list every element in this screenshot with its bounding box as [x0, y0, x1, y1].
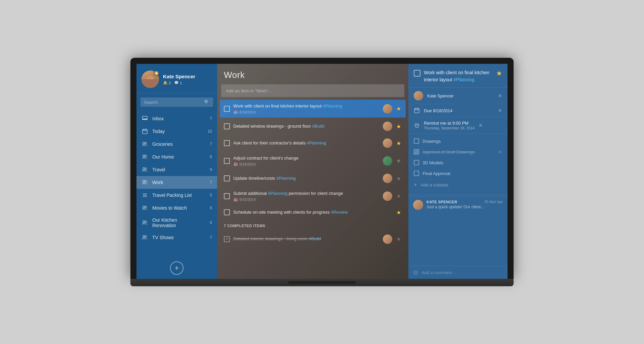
assignee-name: Kate Spencer: [427, 93, 494, 98]
task-star[interactable]: ★: [396, 193, 402, 199]
remove-reminder-button[interactable]: ✕: [479, 123, 483, 128]
subtask-item-final[interactable]: Final Approval: [408, 168, 508, 179]
alarm-icon: [414, 122, 420, 128]
task-star[interactable]: ★: [396, 105, 402, 112]
task-item[interactable]: Work with client on final kitchen interi…: [220, 100, 406, 118]
task-avatar: [383, 156, 392, 166]
add-item-input[interactable]: [226, 88, 400, 93]
svg-rect-23: [414, 109, 419, 113]
attach-icon[interactable]: ⊙: [413, 269, 418, 276]
task-checkbox-t5[interactable]: [224, 175, 230, 181]
remove-due-button[interactable]: ✕: [498, 108, 502, 113]
sidebar-item-kitchen-reno[interactable]: Our Kitchen Renovation 6: [136, 214, 217, 231]
task-checkbox-t4[interactable]: [224, 158, 230, 164]
task-date: 📅 9/19/2014: [233, 162, 379, 166]
detail-checkbox[interactable]: [414, 70, 420, 77]
task-text: Submit additional #Planning permission f…: [233, 190, 379, 197]
task-star[interactable]: ★: [396, 158, 402, 164]
remove-subtask-button[interactable]: ✕: [498, 149, 502, 155]
sidebar-label-travel: Travel: [152, 167, 202, 172]
group-icon-tv: [142, 234, 148, 241]
sidebar-item-inbox[interactable]: Inbox 7: [136, 112, 217, 125]
sidebar-item-today[interactable]: Today 10: [136, 125, 217, 138]
sidebar-item-travel-packing[interactable]: Travel Packing List 5: [136, 189, 217, 202]
task-avatar: [383, 122, 392, 131]
task-avatar: [383, 104, 392, 114]
task-star[interactable]: ★: [396, 236, 402, 242]
detail-assignee-row[interactable]: Kate Spencer ✕: [408, 88, 508, 104]
chat-icon: 💬: [174, 81, 179, 85]
subtask-label: Drawings: [422, 139, 502, 144]
task-avatar: [383, 191, 392, 201]
sidebar-count-today: 10: [206, 129, 212, 134]
comment-input[interactable]: [421, 270, 503, 275]
sidebar-item-movies[interactable]: Movies to Watch 6: [136, 202, 217, 214]
detail-star[interactable]: ★: [495, 69, 502, 77]
subtask-label: Approval of Draft Drawings: [422, 149, 495, 155]
task-star[interactable]: ★: [396, 140, 402, 146]
svg-rect-4: [144, 129, 144, 130]
task-star[interactable]: ★: [396, 209, 402, 216]
due-date: Due 8/18/2014: [424, 108, 494, 113]
task-item[interactable]: Ask client for their contractor's detail…: [220, 135, 406, 151]
task-star[interactable]: ★: [396, 123, 402, 130]
completed-task-item[interactable]: Detailed interior drawings - living room…: [220, 231, 406, 247]
sidebar-item-travel[interactable]: Travel 9: [136, 163, 217, 176]
subtasks: Drawings Approval of Draft Drawings ✕ 3D…: [408, 134, 508, 193]
subtask-item-drawings[interactable]: Drawings: [408, 136, 508, 146]
inbox-icon: [142, 115, 148, 122]
add-list-button[interactable]: +: [170, 261, 184, 275]
sidebar-label-movies: Movies to Watch: [152, 205, 202, 211]
sidebar-count-inbox: 7: [206, 116, 212, 121]
task-checkbox-t1[interactable]: [224, 106, 230, 112]
svg-rect-25: [415, 108, 416, 109]
add-item-bar[interactable]: [221, 84, 404, 97]
svg-point-19: [143, 221, 145, 223]
search-icon[interactable]: 🔍: [204, 99, 210, 105]
detail-due-row[interactable]: Due 8/18/2014 ✕: [408, 104, 508, 117]
search-bar[interactable]: 🔍: [140, 97, 213, 107]
subtask-checkbox[interactable]: [414, 171, 419, 176]
sidebar-label-inbox: Inbox: [152, 116, 202, 121]
reminder-text-wrap: Remind me at 9:00 PM Thursday, September…: [424, 121, 475, 130]
svg-point-10: [143, 168, 145, 170]
task-item[interactable]: Submit additional #Planning permission f…: [220, 187, 406, 205]
subtask-item-approval[interactable]: Approval of Draft Drawings ✕: [408, 146, 508, 157]
add-comment-bar[interactable]: ⊙: [408, 266, 508, 279]
subtask-checkbox[interactable]: [414, 138, 419, 144]
task-checkbox-t7[interactable]: [224, 209, 230, 215]
svg-line-30: [415, 124, 416, 124]
sidebar-count-movies: 6: [206, 206, 212, 210]
remove-assignee-button[interactable]: ✕: [498, 93, 502, 98]
task-item[interactable]: Update timeline/costs #Planning ★: [220, 170, 406, 186]
task-text: Detailed interior drawings - living room…: [233, 236, 379, 242]
search-input[interactable]: [144, 100, 201, 105]
subtask-checkbox-checked[interactable]: [414, 149, 419, 155]
subtask-checkbox[interactable]: [414, 160, 419, 165]
task-checkbox-c1[interactable]: [224, 236, 230, 242]
task-star[interactable]: ★: [396, 175, 402, 182]
add-subtask-row[interactable]: + Add a subtask: [408, 179, 508, 191]
sidebar-item-work[interactable]: Work 7: [136, 176, 217, 189]
task-text-wrap: Ask client for their contractor's detail…: [233, 140, 379, 146]
group-icon-kitchen: [142, 219, 148, 226]
sidebar-item-our-home[interactable]: Our Home 6: [136, 150, 217, 163]
subtask-item-3d[interactable]: 3D Models: [408, 157, 508, 168]
task-checkbox-t6[interactable]: [224, 193, 230, 199]
task-checkbox-t3[interactable]: [224, 140, 230, 146]
task-item[interactable]: Adjust contract for client's change 📅 9/…: [220, 152, 406, 170]
task-item[interactable]: Detailed window drawings - ground floor …: [220, 118, 406, 134]
sidebar-item-groceries[interactable]: Groceries 7: [136, 138, 217, 150]
svg-point-7: [145, 142, 147, 144]
sidebar-item-tv-shows[interactable]: TV Shows 7: [136, 231, 217, 244]
detail-reminder-row[interactable]: Remind me at 9:00 PM Thursday, September…: [408, 117, 508, 134]
completed-section[interactable]: 7 COMPLETED ITEMS: [220, 220, 406, 231]
sidebar-label-work: Work: [152, 180, 202, 185]
task-text: Ask client for their contractor's detail…: [233, 140, 379, 146]
task-item[interactable]: Schedule on-site meeting with clients fo…: [220, 206, 406, 219]
svg-point-13: [145, 181, 147, 182]
task-date: 📅 8/18/2014: [233, 110, 379, 114]
detail-title: Work with client on final kitchen interi…: [424, 69, 491, 83]
task-checkbox-t2[interactable]: [224, 123, 230, 129]
task-text-wrap: Work with client on final kitchen interi…: [233, 103, 379, 114]
